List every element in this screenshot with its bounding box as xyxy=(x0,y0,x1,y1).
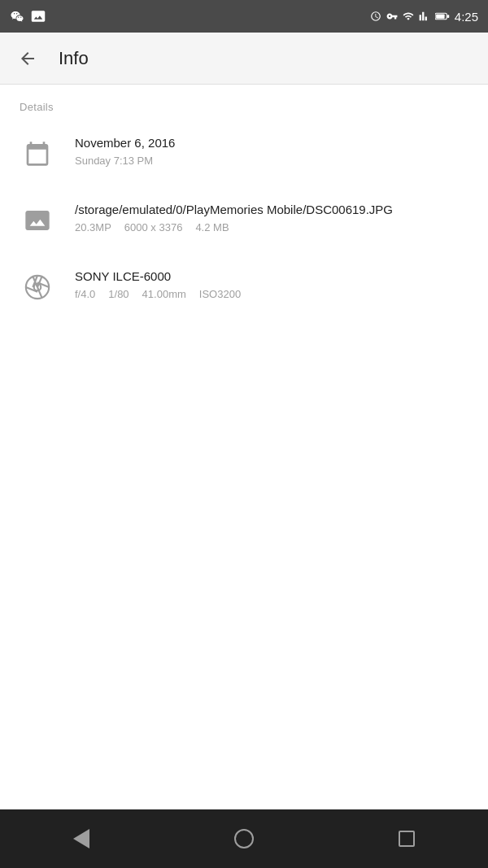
image-icon xyxy=(20,203,55,238)
shutter-value: 1/80 xyxy=(108,288,129,300)
nav-bar xyxy=(0,809,488,868)
file-meta: 20.3MP 6000 x 3376 4.2 MB xyxy=(75,221,468,233)
status-time: 4:25 xyxy=(455,10,478,24)
wechat-icon xyxy=(10,9,24,24)
camera-model: SONY ILCE-6000 xyxy=(75,268,468,285)
camera-settings: f/4.0 1/80 41.00mm ISO3200 xyxy=(75,288,468,300)
svg-rect-1 xyxy=(436,14,445,18)
gallery-icon xyxy=(31,9,46,24)
file-size: 4.2 MB xyxy=(195,221,229,233)
battery-icon xyxy=(435,11,450,21)
alarm-icon xyxy=(370,11,381,22)
status-bar-right: 4:25 xyxy=(370,10,478,24)
date-primary: November 6, 2016 xyxy=(75,134,468,151)
key-icon xyxy=(386,11,398,22)
signal-icon xyxy=(419,11,430,22)
file-path: /storage/emulated/0/PlayMemories Mobile/… xyxy=(75,201,468,218)
nav-recents-button[interactable] xyxy=(382,814,431,863)
page-title: Info xyxy=(59,48,89,69)
date-detail-text: November 6, 2016 Sunday 7:13 PM xyxy=(75,134,468,169)
file-detail-row: /storage/emulated/0/PlayMemories Mobile/… xyxy=(0,186,488,253)
toolbar: Info xyxy=(0,33,488,85)
details-section-header: Details xyxy=(0,85,488,120)
status-bar-left xyxy=(10,9,46,24)
calendar-icon xyxy=(20,136,55,172)
svg-rect-2 xyxy=(447,15,449,18)
status-bar: 4:25 xyxy=(0,0,488,33)
camera-detail-text: SONY ILCE-6000 f/4.0 1/80 41.00mm ISO320… xyxy=(75,268,468,300)
focal-value: 41.00mm xyxy=(142,288,186,300)
file-detail-text: /storage/emulated/0/PlayMemories Mobile/… xyxy=(75,201,468,233)
nav-home-icon xyxy=(234,829,254,848)
date-detail-row: November 6, 2016 Sunday 7:13 PM xyxy=(0,120,488,186)
camera-aperture-icon xyxy=(20,269,55,305)
file-mp: 20.3MP xyxy=(75,221,111,233)
nav-home-button[interactable] xyxy=(220,814,268,863)
wifi-icon xyxy=(403,11,414,22)
content-area: Details November 6, 2016 Sunday 7:13 PM … xyxy=(0,85,488,809)
nav-back-button[interactable] xyxy=(57,814,106,863)
date-secondary: Sunday 7:13 PM xyxy=(75,153,468,169)
iso-value: ISO3200 xyxy=(199,288,241,300)
aperture-value: f/4.0 xyxy=(75,288,95,300)
camera-detail-row: SONY ILCE-6000 f/4.0 1/80 41.00mm ISO320… xyxy=(0,253,488,320)
nav-recents-icon xyxy=(399,831,415,847)
nav-back-icon xyxy=(73,829,89,848)
back-button[interactable] xyxy=(13,44,42,73)
back-arrow-icon xyxy=(18,49,37,68)
file-dimensions: 6000 x 3376 xyxy=(124,221,183,233)
